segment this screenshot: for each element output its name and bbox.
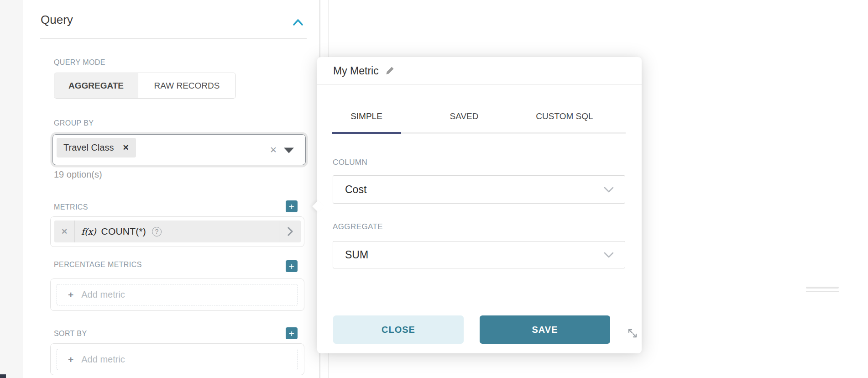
section-divider bbox=[40, 38, 307, 39]
query-mode-raw-records-button[interactable]: RAW RECORDS bbox=[138, 73, 235, 98]
plus-icon: + bbox=[68, 290, 73, 299]
column-value: Cost bbox=[345, 184, 366, 196]
plus-icon: + bbox=[289, 262, 294, 271]
popover-title: My Metric bbox=[333, 65, 379, 77]
plus-icon: + bbox=[289, 329, 294, 338]
explore-page: Query QUERY MODE AGGREGATE RAW RECORDS G… bbox=[0, 0, 868, 378]
sort-by-container: + Add metric bbox=[50, 343, 304, 375]
left-rail bbox=[0, 0, 23, 378]
save-button[interactable]: SAVE bbox=[480, 315, 610, 344]
query-mode-aggregate-button[interactable]: AGGREGATE bbox=[54, 73, 138, 98]
sort-by-add-metric[interactable]: + Add metric bbox=[57, 349, 298, 370]
tab-custom-sql[interactable]: CUSTOM SQL bbox=[536, 111, 593, 121]
chevron-up-icon[interactable] bbox=[293, 18, 303, 27]
caret-down-icon[interactable] bbox=[284, 147, 294, 153]
plus-icon: + bbox=[68, 355, 73, 364]
fx-icon: f(x) bbox=[81, 226, 96, 236]
group-by-tag: Travel Class ✕ bbox=[57, 138, 136, 158]
drag-handle-line[interactable] bbox=[806, 287, 839, 289]
tab-saved[interactable]: SAVED bbox=[450, 111, 478, 121]
close-button[interactable]: CLOSE bbox=[333, 315, 464, 344]
plus-icon: + bbox=[289, 202, 294, 211]
metrics-container: ✕ f(x) COUNT(*) ? bbox=[50, 216, 304, 247]
group-by-label: GROUP BY bbox=[54, 119, 94, 127]
group-by-select[interactable]: Travel Class ✕ ✕ bbox=[52, 134, 306, 165]
metric-edit-popover: My Metric SIMPLE SAVED CUSTOM SQL COLUMN… bbox=[317, 57, 642, 353]
remove-metric-icon[interactable]: ✕ bbox=[54, 220, 75, 242]
chevron-down-icon bbox=[604, 252, 614, 258]
aggregate-value: SUM bbox=[345, 249, 368, 261]
add-percentage-metric-button[interactable]: + bbox=[286, 260, 298, 272]
help-icon[interactable]: ? bbox=[152, 227, 162, 236]
group-by-tag-label: Travel Class bbox=[63, 142, 114, 153]
group-by-options-hint: 19 option(s) bbox=[54, 169, 102, 180]
metrics-label: METRICS bbox=[54, 203, 88, 211]
add-metric-placeholder: Add metric bbox=[81, 289, 125, 300]
tab-simple[interactable]: SIMPLE bbox=[350, 111, 382, 121]
bottom-left-dark-corner bbox=[0, 374, 6, 378]
drag-handle-line[interactable] bbox=[806, 291, 839, 293]
sort-by-label: SORT BY bbox=[54, 330, 87, 338]
query-mode-label: QUERY MODE bbox=[54, 58, 105, 67]
resize-icon[interactable] bbox=[627, 328, 638, 339]
query-mode-toggle: AGGREGATE RAW RECORDS bbox=[54, 73, 236, 99]
add-metric-placeholder: Add metric bbox=[81, 354, 125, 365]
remove-tag-icon[interactable]: ✕ bbox=[122, 143, 129, 152]
percentage-metrics-container: + Add metric bbox=[50, 278, 304, 311]
query-section-title: Query bbox=[41, 13, 73, 27]
percentage-metrics-add-metric[interactable]: + Add metric bbox=[57, 284, 298, 305]
column-label: COLUMN bbox=[333, 158, 367, 167]
clear-icon[interactable]: ✕ bbox=[270, 145, 277, 155]
aggregate-select[interactable]: SUM bbox=[333, 241, 625, 268]
tab-track bbox=[332, 132, 626, 134]
add-metric-button[interactable]: + bbox=[286, 200, 298, 212]
add-sort-button[interactable]: + bbox=[286, 327, 298, 339]
popover-arrow bbox=[312, 200, 324, 212]
chevron-right-icon[interactable] bbox=[279, 220, 301, 242]
metric-name: COUNT(*) bbox=[101, 226, 146, 237]
chevron-down-icon bbox=[604, 187, 614, 193]
percentage-metrics-label: PERCENTAGE METRICS bbox=[54, 261, 142, 269]
metric-pill[interactable]: ✕ f(x) COUNT(*) ? bbox=[54, 220, 301, 242]
aggregate-label: AGGREGATE bbox=[333, 222, 383, 231]
edit-title-pencil-icon[interactable] bbox=[385, 66, 395, 76]
column-select[interactable]: Cost bbox=[333, 175, 625, 204]
popover-header: My Metric bbox=[317, 57, 642, 85]
active-tab-indicator bbox=[332, 132, 401, 134]
